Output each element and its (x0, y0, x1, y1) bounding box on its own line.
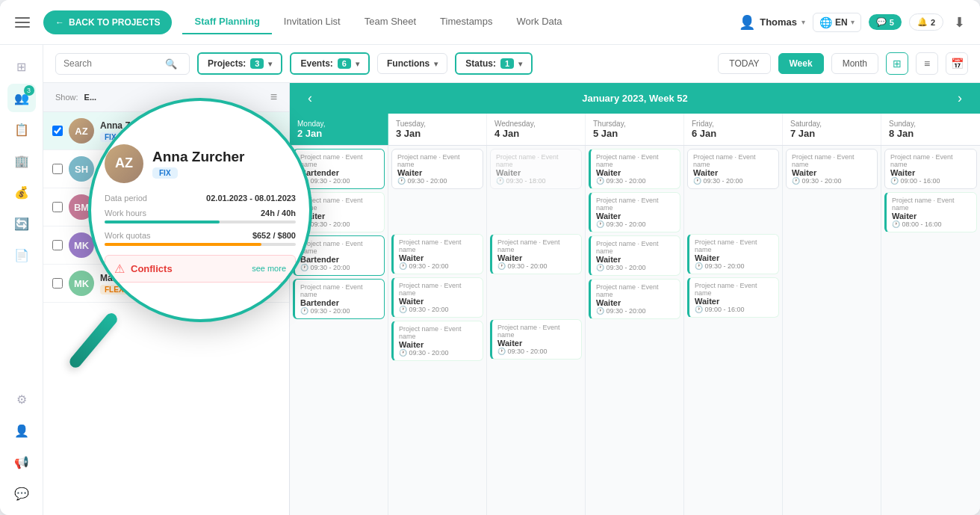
sonja-checkbox[interactable] (52, 164, 63, 174)
conflicts-label: Conflicts (131, 263, 173, 274)
today-button[interactable]: TODAY (718, 53, 770, 74)
day-header-sat: Saturday, 7 Jan (783, 114, 881, 145)
event-card[interactable]: Project name · Event name Waiter 🕐 09:30… (391, 321, 483, 361)
event-card[interactable]: Project name · Event name Waiter 🕐 09:30… (490, 319, 582, 360)
event-role: Waiter (892, 212, 971, 221)
event-time: 🕐 09:30 - 20:00 (399, 349, 477, 357)
language-selector[interactable]: 🌐 EN ▾ (813, 13, 861, 32)
event-role: Waiter (596, 255, 674, 264)
day-header-sun: Sunday, 8 Jan (881, 114, 980, 145)
event-card[interactable]: Project name · Event name Waiter 🕐 09:00… (884, 149, 977, 189)
tab-team-sheet[interactable]: Team Sheet (353, 10, 428, 34)
event-project: Project name · Event name (596, 283, 674, 298)
next-week-button[interactable]: › (952, 90, 968, 106)
event-card[interactable]: Project name · Event name Waiter 🕐 09:00… (687, 277, 779, 318)
tab-timestamps[interactable]: Timestamps (428, 10, 504, 34)
event-card[interactable]: Project name · Event name Waiter 🕐 09:30… (589, 192, 680, 232)
event-card[interactable]: Project name · Event name Waiter 🕐 08:00… (884, 192, 977, 232)
event-card[interactable]: Project name · Event name Waiter 🕐 09:30… (687, 149, 779, 189)
sidebar-item-megaphone[interactable]: 📢 (7, 448, 36, 476)
content-area: 🔍 Projects: 3 ▾ Events: 6 ▾ Functions ▾ (43, 45, 980, 515)
work-hours-value: 24h / 40h (261, 209, 296, 218)
sidebar-item-tasks[interactable]: 📋 (7, 115, 36, 144)
event-role: Waiter (497, 253, 576, 262)
event-card[interactable]: Project name · Event name Waiter 🕐 09:30… (589, 279, 680, 319)
projects-filter-button[interactable]: Projects: 3 ▾ (197, 52, 282, 75)
event-time: 🕐 09:30 - 20:00 (693, 177, 773, 185)
bianca-checkbox[interactable] (52, 202, 63, 212)
sidebar-item-refresh[interactable]: 🔄 (7, 209, 36, 238)
calendar-title: January 2023, Week 52 (318, 93, 952, 104)
event-time: 🕐 09:30 - 20:00 (596, 177, 674, 185)
calendar-view-button[interactable]: 📅 (946, 52, 968, 75)
event-project: Project name · Event name (892, 197, 971, 212)
sidebar-item-grid[interactable]: ⊞ (7, 52, 36, 81)
event-project: Project name · Event name (693, 153, 773, 168)
event-role: Waiter (399, 253, 477, 262)
tab-invitation-list[interactable]: Invitation List (272, 10, 353, 34)
user-menu[interactable]: 👤 Thomas ▾ (739, 14, 805, 31)
event-role: Waiter (496, 168, 576, 177)
status-filter-button[interactable]: Status: 1 ▾ (455, 52, 533, 75)
event-card[interactable]: Project name · Event name Waiter 🕐 09:30… (687, 234, 779, 274)
day-header-wed: Wednesday, 4 Jan (487, 114, 586, 145)
work-quotas-value: $652 / $800 (252, 231, 296, 240)
chat-badge[interactable]: 💬 5 (869, 14, 902, 30)
search-input[interactable] (63, 58, 161, 69)
list-view-button[interactable]: ≡ (916, 52, 938, 75)
event-card[interactable]: Project name · Event name Waiter 🕐 09:30… (786, 149, 878, 189)
event-card[interactable]: Project name · Event name Waiter 🕐 09:30… (589, 149, 680, 189)
sidebar-item-user[interactable]: 👤 (7, 416, 36, 445)
sidebar-item-chat[interactable]: 💬 (7, 479, 36, 508)
martin-checkbox[interactable] (52, 278, 63, 289)
days-header: Monday, 2 Jan Tuesday, 3 Jan Wednesday, … (290, 114, 980, 146)
sidebar-item-money[interactable]: 💰 (7, 178, 36, 206)
projects-chevron-icon: ▾ (268, 60, 272, 68)
tab-staff-planning[interactable]: Staff Planning (182, 10, 271, 34)
see-more-link[interactable]: see more (252, 264, 286, 273)
event-project: Project name · Event name (792, 153, 872, 168)
download-button[interactable]: ⬇ (951, 11, 968, 34)
event-project: Project name · Event name (496, 153, 576, 168)
popup-header: AZ Anna Zurcher FIX (105, 144, 296, 183)
event-project: Project name · Event name (890, 153, 971, 168)
week-view-button[interactable]: Week (778, 53, 824, 74)
sidebar-item-team[interactable]: 👥 3 (7, 84, 36, 112)
tab-work-data[interactable]: Work Data (504, 10, 574, 34)
sidebar-item-doc[interactable]: 📄 (7, 241, 36, 269)
day-col-thu: Project name · Event name Waiter 🕐 09:30… (586, 146, 684, 515)
anna-checkbox[interactable] (52, 126, 63, 136)
day-header-fri: Friday, 6 Jan (684, 114, 783, 145)
conflicts-box[interactable]: ⚠ Conflicts see more (105, 255, 296, 283)
sidebar-item-settings[interactable]: ⚙ (7, 385, 36, 413)
grid-view-button[interactable]: ⊞ (886, 52, 908, 75)
event-time: 🕐 09:30 - 20:00 (497, 262, 576, 270)
data-period-value: 02.01.2023 - 08.01.2023 (206, 194, 296, 203)
notification-badge[interactable]: 🔔 2 (909, 13, 943, 31)
back-to-projects-button[interactable]: ← BACK TO PROJECTS (43, 10, 172, 34)
events-filter-button[interactable]: Events: 6 ▾ (290, 52, 369, 75)
event-project: Project name · Event name (399, 238, 477, 253)
event-project: Project name · Event name (397, 153, 477, 168)
work-quotas-progress-bar (105, 243, 296, 246)
functions-filter-button[interactable]: Functions ▾ (377, 53, 447, 74)
event-card[interactable]: Project name · Event name Waiter 🕐 09:30… (490, 234, 582, 274)
day-col-tue: Project name · Event name Waiter 🕐 09:30… (388, 146, 487, 515)
bell-icon: 🔔 (917, 17, 928, 27)
event-time: 🕐 09:30 - 20:00 (695, 262, 773, 270)
month-view-button[interactable]: Month (831, 53, 878, 74)
meinrad-checkbox[interactable] (52, 240, 63, 250)
event-role: Waiter (693, 168, 773, 177)
event-card[interactable]: Project name · Event name Waiter 🕐 09:30… (490, 149, 582, 189)
status-count-badge: 1 (500, 58, 514, 69)
event-card[interactable]: Project name · Event name Waiter 🕐 09:30… (391, 149, 483, 189)
event-card[interactable]: Project name · Event name Waiter 🕐 09:30… (589, 235, 680, 276)
event-time: 🕐 09:30 - 20:00 (596, 264, 674, 271)
search-input-container[interactable]: 🔍 (55, 53, 190, 75)
hamburger-button[interactable] (12, 10, 36, 34)
event-card[interactable]: Project name · Event name Waiter 🕐 09:30… (391, 277, 483, 318)
sidebar-item-building[interactable]: 🏢 (7, 147, 36, 175)
event-card[interactable]: Project name · Event name Waiter 🕐 09:30… (391, 234, 483, 274)
event-project: Project name · Event name (399, 325, 477, 340)
day-header-tue: Tuesday, 3 Jan (388, 114, 487, 145)
